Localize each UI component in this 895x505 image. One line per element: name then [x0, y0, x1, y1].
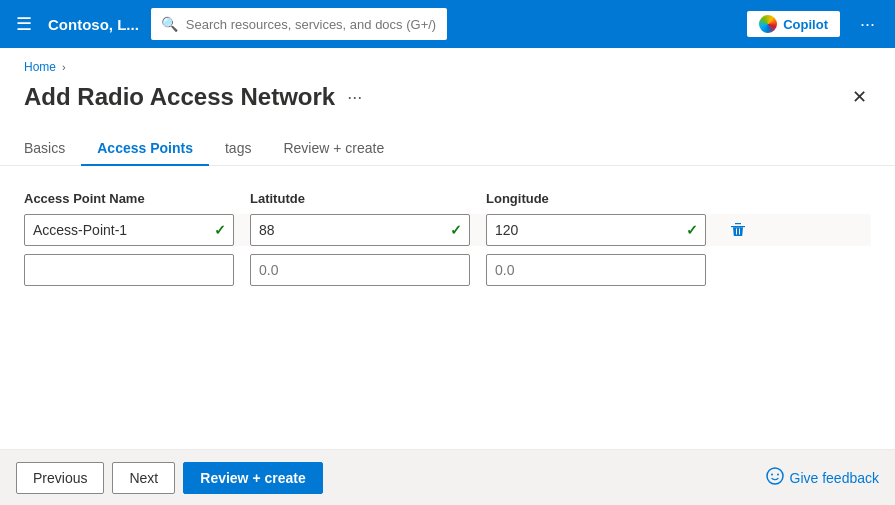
row2-lat-wrap — [250, 254, 470, 286]
row2-lon-wrap — [486, 254, 706, 286]
svg-rect-0 — [731, 226, 745, 227]
review-create-button[interactable]: Review + create — [183, 462, 322, 494]
row2-name-wrap — [24, 254, 234, 286]
row1-name-input[interactable] — [24, 214, 234, 246]
svg-point-4 — [777, 473, 779, 475]
close-icon[interactable]: ✕ — [848, 82, 871, 112]
svg-point-2 — [767, 468, 783, 484]
footer: Previous Next Review + create Give feedb… — [0, 449, 895, 505]
row1-lat-check-icon: ✓ — [450, 222, 462, 238]
search-input[interactable] — [186, 17, 437, 32]
more-options-icon[interactable]: ··· — [852, 10, 883, 39]
row2-lon-input[interactable] — [486, 254, 706, 286]
tab-basics[interactable]: Basics — [24, 132, 81, 166]
row1-lat-wrap: ✓ — [250, 214, 470, 246]
delete-icon — [730, 222, 746, 238]
copilot-button[interactable]: Copilot — [747, 11, 840, 37]
table-row — [24, 254, 871, 286]
tab-review-create[interactable]: Review + create — [267, 132, 400, 166]
page-header: Add Radio Access Network ··· ✕ — [0, 78, 895, 112]
feedback-svg-icon — [766, 467, 784, 485]
tenant-name: Contoso, L... — [48, 16, 139, 33]
search-icon: 🔍 — [161, 16, 178, 32]
page-more-icon[interactable]: ··· — [347, 87, 362, 108]
svg-rect-1 — [735, 223, 741, 224]
col-name-label: Access Point Name — [24, 191, 145, 206]
row1-lon-check-icon: ✓ — [686, 222, 698, 238]
hamburger-icon[interactable]: ☰ — [12, 9, 36, 39]
give-feedback-label: Give feedback — [790, 470, 880, 486]
row2-name-input[interactable] — [24, 254, 234, 286]
breadcrumb-separator: › — [62, 61, 66, 73]
row1-name-check-icon: ✓ — [214, 222, 226, 238]
tabs: Basics Access Points tags Review + creat… — [0, 112, 895, 166]
topbar: ☰ Contoso, L... 🔍 Copilot ··· — [0, 0, 895, 48]
copilot-label: Copilot — [783, 17, 828, 32]
breadcrumb: Home › — [0, 48, 895, 78]
form-content: Access Point Name Latitutde Longitude ✓ … — [0, 166, 895, 318]
row1-lon-input[interactable] — [486, 214, 706, 246]
feedback-icon — [766, 467, 784, 489]
tab-access-points[interactable]: Access Points — [81, 132, 209, 166]
tab-tags[interactable]: tags — [209, 132, 267, 166]
form-table-header: Access Point Name Latitutde Longitude — [24, 190, 871, 206]
previous-button[interactable]: Previous — [16, 462, 104, 494]
svg-point-3 — [771, 473, 773, 475]
col-lon-label: Longitude — [486, 191, 549, 206]
row1-delete-button[interactable] — [722, 214, 754, 246]
table-row: ✓ ✓ ✓ — [24, 214, 871, 246]
main-content: Home › Add Radio Access Network ··· ✕ Ba… — [0, 48, 895, 505]
search-bar[interactable]: 🔍 — [151, 8, 447, 40]
col-lat-label: Latitutde — [250, 191, 305, 206]
row2-lat-input[interactable] — [250, 254, 470, 286]
row1-lon-wrap: ✓ — [486, 214, 706, 246]
row1-lat-input[interactable] — [250, 214, 470, 246]
breadcrumb-home[interactable]: Home — [24, 60, 56, 74]
next-button[interactable]: Next — [112, 462, 175, 494]
row1-name-wrap: ✓ — [24, 214, 234, 246]
give-feedback-button[interactable]: Give feedback — [766, 467, 880, 489]
copilot-icon — [759, 15, 777, 33]
page-title: Add Radio Access Network — [24, 83, 335, 111]
